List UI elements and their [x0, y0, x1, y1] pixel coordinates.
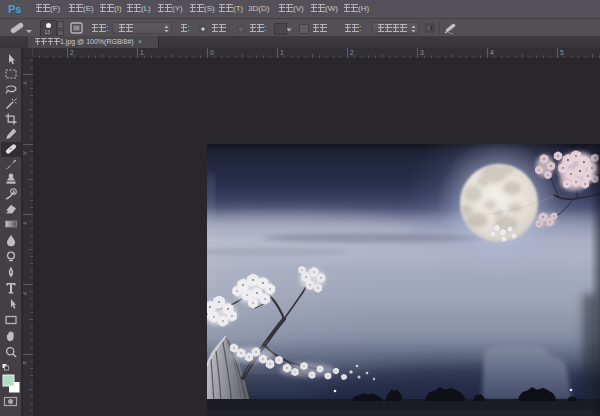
svg-text:0: 0 [210, 49, 214, 56]
svg-text:2: 2 [23, 291, 27, 295]
svg-text:0: 0 [23, 151, 27, 155]
svg-text:1: 1 [140, 49, 144, 56]
svg-text:2: 2 [70, 49, 74, 56]
svg-text:3: 3 [23, 361, 27, 365]
svg-text:2: 2 [350, 49, 354, 56]
svg-text:1: 1 [280, 49, 284, 56]
svg-text:4: 4 [490, 49, 494, 56]
svg-text:3: 3 [420, 49, 424, 56]
svg-text:1: 1 [23, 221, 27, 225]
svg-text:1: 1 [23, 81, 27, 85]
svg-text:5: 5 [560, 49, 564, 56]
